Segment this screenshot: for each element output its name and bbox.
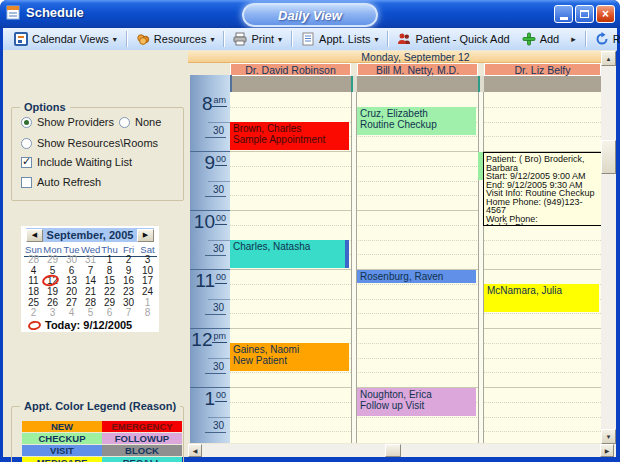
legend-item-emergency: EMERGENCY [102,421,182,432]
none-option[interactable]: None [119,116,161,128]
close-button[interactable]: × [596,5,615,23]
calendar-day[interactable]: 4 [62,308,81,319]
toolbar: Calendar Views▾Resources▾Print▾Appt. Lis… [3,28,617,51]
appointment-noughton-erica[interactable]: Noughton, EricaFollow up Visit [357,388,476,416]
calendar-day[interactable]: 2 [24,308,43,319]
toolbar-overflow-button[interactable]: ▸ [565,33,582,45]
show-providers-option[interactable]: Show Providers [21,116,114,128]
dropdown-arrow-icon: ▾ [210,35,214,44]
gutter-hour-label: 12pm [191,330,227,349]
appointment-info: Sample Appointment [233,134,346,145]
appointment-selection-handle[interactable] [345,240,349,268]
show-providers-radio[interactable] [21,117,32,128]
legend-groupbox: Appt. Color Legend (Reason) NEWEMERGENCY… [11,406,184,462]
grid-hour-line [230,328,601,329]
column-separator [478,76,484,92]
calendar-nav: ◀ September, 2005 ▶ [26,228,154,242]
gutter-half-label: 30 [205,361,226,374]
print-icon [233,32,247,46]
resources-icon [136,32,150,46]
time-gutter: 8am309003010003011003012pm3010030 [190,75,232,443]
provider-column-header-netty[interactable]: Bill M. Netty, M.D. [357,63,478,76]
show-resources-radio[interactable] [21,138,32,149]
refresh-icon [595,32,609,46]
calendar-day[interactable]: 6 [100,308,119,319]
appointment-mcnamara-julia[interactable]: McNamara, Julia [484,284,599,312]
scroll-down-button[interactable]: ▼ [601,429,616,444]
appointment-rosenburg-raven[interactable]: Rosenburg, Raven [357,270,476,283]
options-title: Options [20,101,70,113]
calendar-next-button[interactable]: ▶ [137,229,154,242]
toolbar-separator [126,31,127,47]
toolbar-refresh-button[interactable]: Refresh [589,31,620,47]
dropdown-arrow-icon: ▾ [374,35,378,44]
legend-item-visit: VISIT [22,445,102,456]
appointment-patient-name: McNamara, Julia [487,285,596,296]
grid-area[interactable]: Brown, CharlesSample AppointmentCruz, El… [230,92,601,443]
calendar-day[interactable]: 8 [138,308,157,319]
appointment-brown-charles[interactable]: Brown, CharlesSample Appointment [230,122,349,150]
minimize-icon [560,17,568,20]
close-icon: × [602,9,609,19]
auto-refresh-option[interactable]: Auto Refresh [21,176,101,188]
toolbar-print-button[interactable]: Print▾ [227,31,288,47]
calendar-prev-button[interactable]: ◀ [26,229,43,242]
show-resources-label: Show Resources\Rooms [37,137,158,149]
toolbar-add-button[interactable]: Add [516,31,566,47]
vertical-scrollbar[interactable]: ▲ ▼ [601,51,616,444]
calendar-today-row[interactable]: Today: 9/12/2005 [28,319,132,331]
title-bar[interactable]: Schedule Daily View × [0,0,620,28]
scroll-up-button[interactable]: ▲ [601,51,616,66]
calendar-day[interactable]: 7 [119,308,138,319]
gutter-half-label: 30 [205,420,226,433]
auto-refresh-checkbox[interactable] [21,177,32,188]
vertical-scroll-thumb[interactable] [601,140,616,174]
tooltip-line: Patient: ( Bro) Broderick, Barbara [486,155,599,172]
toolbar-separator [585,31,586,47]
schedule-window: Schedule Daily View × Calendar Views▾Res… [0,0,620,462]
before-hours-band [230,76,601,92]
arrow-up-icon: ▲ [606,56,612,62]
gutter-hour-label: 1000 [194,212,227,231]
include-waiting-list-checkbox[interactable] [21,157,32,168]
toolbar-button-label: Print [251,33,274,45]
appointment-info: Routine Checkup [360,119,473,130]
today-circle-icon [27,319,41,330]
toolbar-appt-lists-button[interactable]: Appt. Lists▾ [295,31,384,47]
tooltip-line: Home Phone: (949)123-4567 [486,198,599,215]
today-label: Today: 9/12/2005 [45,319,132,331]
grid-quarter-line [230,372,601,373]
arrow-down-icon: ▼ [606,434,612,440]
horizontal-scrollbar[interactable]: ◀ ▶ [188,444,616,457]
toolbar-resources-button[interactable]: Resources▾ [130,31,221,47]
scroll-left-button[interactable]: ◀ [188,444,202,457]
appointment-tooltip: Patient: ( Bro) Broderick, BarbaraStart:… [483,152,601,226]
appointment-gaines-naomi[interactable]: Gaines, NaomiNew Patient [230,343,349,371]
legend-item-block: BLOCK [102,445,182,456]
overflow-arrow-icon: ▸ [571,34,576,44]
show-resources-option[interactable]: Show Resources\Rooms [21,137,158,149]
appointment-cruz-elizabeth[interactable]: Cruz, ElizabethRoutine Checkup [357,107,476,135]
left-panel: Options Show Providers None Show Resourc… [3,50,188,457]
chevron-left-icon: ◀ [32,231,37,239]
none-radio[interactable] [119,117,130,128]
minimize-button[interactable] [554,5,573,23]
appointment-patient-name: Brown, Charles [233,123,346,134]
legend-grid: NEWEMERGENCYCHECKUPFOLLOWUPVISITBLOCKMED… [22,421,182,462]
column-separator [351,76,357,92]
horizontal-scroll-thumb[interactable] [385,444,401,457]
provider-column-header-robinson[interactable]: Dr. David Robinson [230,63,351,76]
dropdown-arrow-icon: ▾ [113,35,117,44]
scroll-right-button[interactable]: ▶ [600,444,614,457]
appointment-charles-natasha[interactable]: Charles, Natasha [230,240,349,268]
calendar-day[interactable]: 5 [81,308,100,319]
appointment-patient-name: Rosenburg, Raven [360,271,473,282]
include-waiting-list-option[interactable]: Include Waiting List [21,156,132,168]
maximize-button[interactable] [575,5,594,23]
provider-column-header-belfy[interactable]: Dr. Liz Belfy [484,63,601,76]
show-providers-label: Show Providers [37,116,114,128]
toolbar-calendar-views-button[interactable]: Calendar Views▾ [8,31,123,47]
calendar-day[interactable]: 3 [43,308,62,319]
toolbar-patient-quick-add-button[interactable]: Patient - Quick Add [391,31,515,47]
toolbar-button-label: Resources [154,33,207,45]
